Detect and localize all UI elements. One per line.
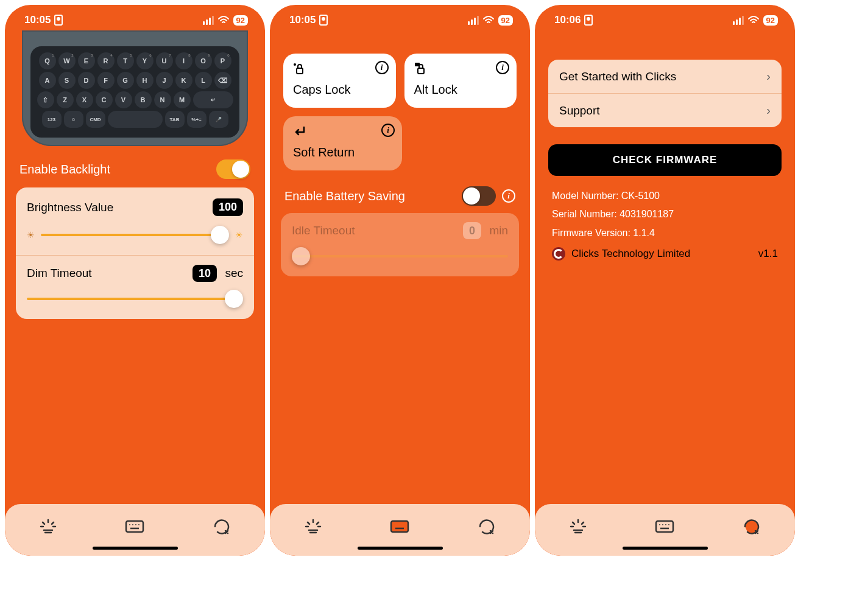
- screen-about: 10:06 92 Get Started with Clicks › Suppo…: [535, 5, 795, 556]
- chevron-right-icon: ›: [766, 69, 771, 83]
- svg-point-18: [662, 524, 663, 525]
- soft-return-card[interactable]: i Soft Return: [283, 116, 402, 170]
- wifi-icon: [483, 16, 494, 24]
- screen-backlight: 10:05 92 Q1W2E3R4T5Y6U7I8O9P0 ASDFGHJKL⌫…: [5, 5, 265, 556]
- wifi-icon: [218, 16, 229, 24]
- svg-point-4: [138, 524, 139, 525]
- bottom-nav: [5, 504, 265, 556]
- svg-rect-6: [297, 68, 303, 74]
- profile-icon: [54, 15, 63, 26]
- battery-badge: 92: [498, 15, 513, 26]
- battery-saving-toggle[interactable]: [462, 186, 496, 206]
- dim-timeout-unit: sec: [225, 267, 243, 279]
- svg-rect-16: [656, 521, 673, 532]
- chevron-right-icon: ›: [766, 103, 771, 117]
- alt-lock-icon: [414, 62, 428, 75]
- get-started-link[interactable]: Get Started with Clicks ›: [548, 60, 782, 93]
- brand-name: Clicks Technology Limited: [571, 248, 690, 260]
- svg-rect-0: [126, 521, 143, 532]
- nav-keyboard[interactable]: [384, 511, 415, 542]
- svg-point-17: [659, 524, 660, 525]
- app-version: v1.1: [758, 248, 778, 260]
- svg-rect-8: [418, 68, 424, 74]
- svg-rect-10: [391, 521, 408, 532]
- nav-settings[interactable]: [207, 511, 237, 542]
- dim-timeout-value: 10: [192, 265, 217, 282]
- home-indicator: [623, 547, 708, 550]
- brand-logo-icon: [552, 247, 565, 261]
- caps-lock-icon: [293, 62, 306, 75]
- profile-icon: [584, 15, 593, 26]
- svg-point-12: [397, 524, 398, 525]
- nav-backlight[interactable]: [563, 511, 593, 542]
- battery-badge: 92: [763, 15, 778, 26]
- support-link[interactable]: Support ›: [548, 94, 782, 127]
- screen-keyboard-opts: 10:05 92 i Caps Lock i Alt Lock i Soft: [270, 5, 530, 556]
- idle-panel: Idle Timeout 0 min: [281, 213, 519, 276]
- home-indicator: [93, 547, 178, 550]
- alt-lock-card[interactable]: i Alt Lock: [404, 54, 517, 108]
- home-indicator: [358, 547, 443, 550]
- nav-backlight[interactable]: [33, 511, 63, 542]
- svg-point-14: [403, 524, 404, 525]
- status-bar: 10:05 92: [270, 5, 530, 35]
- status-time: 10:05: [24, 14, 51, 26]
- check-firmware-button[interactable]: CHECK FIRMWARE: [548, 144, 782, 176]
- idle-timeout-value: 0: [463, 222, 481, 239]
- sun-bright-icon: ☀: [235, 230, 243, 240]
- nav-keyboard[interactable]: [649, 511, 680, 542]
- svg-point-19: [665, 524, 666, 525]
- idle-timeout-slider[interactable]: [292, 247, 508, 265]
- svg-rect-9: [415, 63, 420, 66]
- profile-icon: [319, 15, 328, 26]
- brightness-label: Brightness Value: [27, 201, 113, 214]
- soft-return-label: Soft Return: [293, 145, 392, 159]
- wifi-icon: [748, 16, 759, 24]
- sun-dim-icon: ☀: [27, 230, 35, 240]
- svg-point-13: [400, 524, 401, 525]
- caps-lock-card[interactable]: i Caps Lock: [283, 54, 396, 108]
- svg-point-7: [294, 63, 296, 66]
- status-time: 10:05: [289, 14, 316, 26]
- battery-saving-label: Enable Battery Saving: [284, 189, 405, 203]
- nav-keyboard[interactable]: [119, 511, 150, 542]
- alt-lock-label: Alt Lock: [414, 83, 507, 97]
- nav-settings[interactable]: [471, 511, 502, 542]
- bottom-nav: [270, 504, 530, 556]
- brightness-panel: Brightness Value 100 ☀ ☀ Dim Timeout 10: [16, 187, 254, 319]
- firmware-version: Firmware Version: 1.1.4: [552, 224, 778, 242]
- bottom-nav: [535, 504, 795, 556]
- info-icon[interactable]: i: [381, 124, 395, 137]
- return-icon: [293, 125, 306, 138]
- info-icon[interactable]: i: [375, 61, 389, 74]
- svg-point-11: [394, 524, 395, 525]
- enable-backlight-toggle[interactable]: [216, 159, 250, 179]
- keyboard-illustration: Q1W2E3R4T5Y6U7I8O9P0 ASDFGHJKL⌫ ⇧ZXCVBNM…: [22, 30, 248, 146]
- battery-badge: 92: [233, 15, 248, 26]
- svg-point-20: [668, 524, 669, 525]
- status-time: 10:06: [554, 14, 581, 26]
- svg-point-2: [132, 524, 133, 525]
- svg-point-1: [129, 524, 130, 525]
- brightness-value: 100: [213, 198, 243, 216]
- caps-lock-label: Caps Lock: [293, 83, 386, 97]
- brightness-slider[interactable]: [41, 226, 229, 244]
- device-info: Model Number: CK-5100 Serial Number: 403…: [546, 187, 784, 242]
- nav-settings[interactable]: [736, 511, 767, 542]
- signal-icon: [468, 16, 479, 25]
- status-bar: 10:06 92: [535, 5, 795, 35]
- svg-point-3: [135, 524, 136, 525]
- signal-icon: [733, 16, 744, 25]
- idle-timeout-label: Idle Timeout: [292, 224, 355, 237]
- enable-backlight-label: Enable Backlight: [19, 163, 110, 177]
- links-list: Get Started with Clicks › Support ›: [548, 60, 782, 127]
- info-icon[interactable]: i: [502, 189, 515, 203]
- idle-timeout-unit: min: [489, 224, 508, 237]
- serial-number: Serial Number: 4031901187: [552, 205, 778, 223]
- nav-backlight[interactable]: [298, 511, 328, 542]
- signal-icon: [203, 16, 214, 25]
- support-label: Support: [559, 104, 600, 117]
- model-number: Model Number: CK-5100: [552, 187, 778, 205]
- dim-timeout-slider[interactable]: [27, 290, 243, 308]
- info-icon[interactable]: i: [496, 61, 509, 74]
